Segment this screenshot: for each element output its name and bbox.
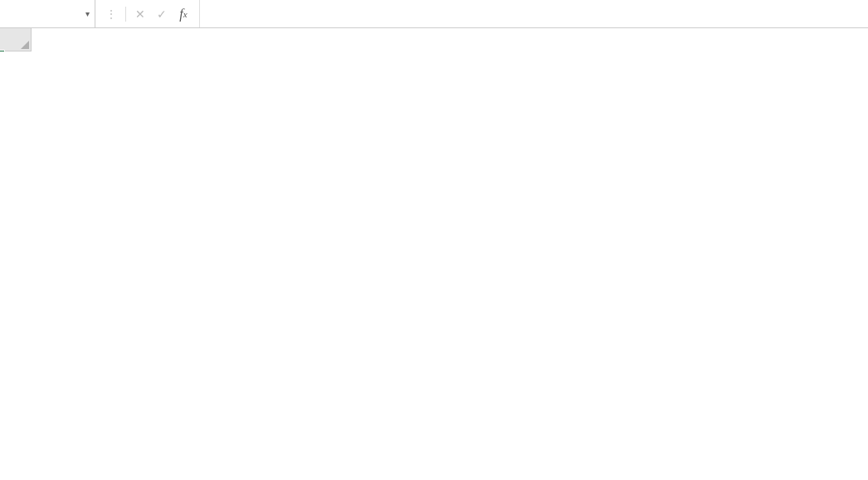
enter-icon[interactable]: ✓: [151, 0, 173, 27]
cancel-icon[interactable]: ✕: [129, 0, 151, 27]
formula-bar: ▾ ⋮ ✕ ✓ fx: [0, 0, 868, 28]
name-box-dropdown-icon[interactable]: ▾: [85, 9, 90, 18]
fx-icon[interactable]: fx: [173, 0, 194, 27]
formula-bar-icons: ⋮ ✕ ✓ fx: [95, 0, 200, 27]
name-box[interactable]: ▾: [0, 0, 95, 27]
spreadsheet-grid: [0, 28, 868, 51]
formula-input[interactable]: [200, 0, 868, 27]
select-all-corner[interactable]: [0, 28, 32, 51]
dots-icon: ⋮: [100, 0, 122, 27]
